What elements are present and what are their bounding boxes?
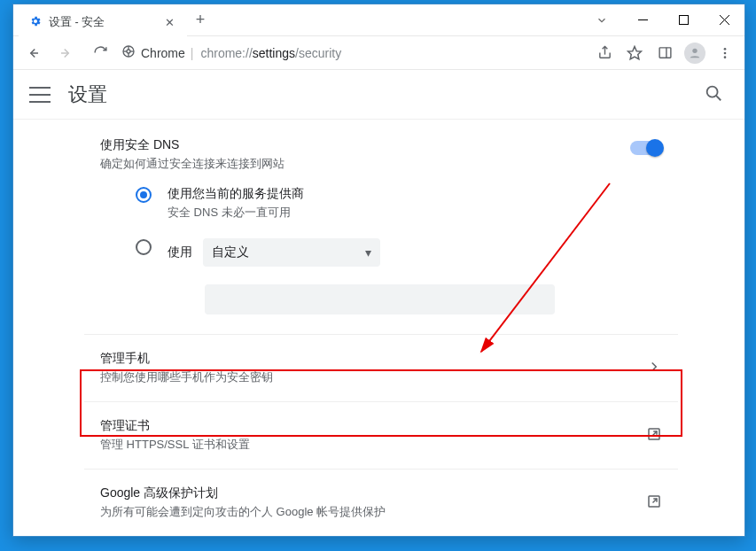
svg-point-18: [724, 51, 727, 54]
tab-title: 设置 - 安全: [49, 15, 154, 30]
svg-point-16: [692, 48, 697, 52]
bookmark-icon[interactable]: [622, 41, 647, 66]
kebab-menu-icon[interactable]: [713, 41, 737, 66]
address-bar[interactable]: Chrome | chrome://settings/security: [121, 44, 583, 61]
dns-custom-input[interactable]: [205, 284, 555, 314]
side-panel-icon[interactable]: [652, 41, 677, 66]
svg-point-17: [724, 48, 727, 50]
site-info-icon[interactable]: [121, 44, 136, 61]
tab-close-icon[interactable]: ✕: [161, 14, 178, 31]
dns-opt2-label: 使用: [168, 244, 192, 260]
google-advanced-protection-row[interactable]: Google 高级保护计划 为所有可能会遭到定向攻击的个人 Google 帐号提…: [84, 470, 678, 536]
window-close-button[interactable]: [704, 6, 744, 35]
tab-search-button[interactable]: [581, 6, 622, 35]
page-title: 设置: [68, 81, 107, 108]
svg-point-19: [724, 56, 727, 58]
gapp-title: Google 高级保护计划: [100, 485, 386, 501]
url-path-1: settings: [253, 46, 295, 60]
url-scheme-label: Chrome: [141, 46, 185, 60]
dns-opt1-label: 使用您当前的服务提供商: [168, 186, 304, 202]
caret-down-icon: ▾: [365, 245, 371, 260]
content-scroll[interactable]: 使用安全 DNS 确定如何通过安全连接来连接到网站 使用您当前的服务提供商 安全…: [13, 120, 744, 536]
window-controls: [581, 4, 744, 35]
chevron-right-icon: [646, 359, 662, 378]
dns-opt1-sub: 安全 DNS 未必一直可用: [168, 205, 304, 221]
svg-rect-14: [659, 48, 671, 58]
radio-icon[interactable]: [136, 239, 152, 255]
search-icon[interactable]: [698, 78, 729, 112]
new-tab-button[interactable]: +: [187, 4, 214, 35]
dns-provider-select[interactable]: 自定义 ▾: [203, 238, 380, 267]
maximize-button[interactable]: [663, 6, 704, 35]
svg-rect-1: [679, 16, 688, 25]
back-button[interactable]: [20, 41, 45, 66]
phones-title: 管理手机: [100, 351, 273, 367]
reload-button[interactable]: [88, 41, 113, 66]
settings-header: 设置: [13, 70, 744, 120]
share-icon[interactable]: [592, 41, 617, 66]
svg-point-20: [707, 86, 718, 97]
browser-tab[interactable]: 设置 - 安全 ✕: [19, 8, 187, 36]
secure-dns-title: 使用安全 DNS: [100, 137, 662, 153]
secure-dns-toggle[interactable]: [630, 141, 662, 155]
svg-rect-0: [638, 19, 648, 20]
certs-sub: 管理 HTTPS/SSL 证书和设置: [100, 437, 250, 453]
hamburger-menu-icon[interactable]: [29, 87, 51, 103]
forward-button: [54, 41, 79, 66]
svg-marker-13: [628, 46, 642, 58]
secure-dns-section: 使用安全 DNS 确定如何通过安全连接来连接到网站 使用您当前的服务提供商 安全…: [84, 125, 678, 318]
title-bar: 设置 - 安全 ✕ +: [13, 4, 744, 36]
external-link-icon: [646, 426, 662, 446]
phones-sub: 控制您使用哪些手机作为安全密钥: [100, 369, 273, 385]
browser-toolbar: Chrome | chrome://settings/security: [13, 36, 744, 70]
dns-option-current-provider[interactable]: 使用您当前的服务提供商 安全 DNS 未必一直可用: [136, 177, 662, 229]
manage-phones-row[interactable]: 管理手机 控制您使用哪些手机作为安全密钥: [84, 334, 678, 402]
minimize-button[interactable]: [622, 6, 663, 35]
gear-icon: [29, 15, 42, 30]
dns-select-value: 自定义: [212, 244, 249, 260]
gapp-sub: 为所有可能会遭到定向攻击的个人 Google 帐号提供保护: [100, 504, 386, 520]
external-link-icon: [646, 493, 662, 513]
url-path-2: /security: [295, 46, 341, 60]
certs-title: 管理证书: [100, 418, 250, 434]
secure-dns-sub: 确定如何通过安全连接来连接到网站: [100, 156, 662, 172]
dns-option-custom[interactable]: 使用 自定义 ▾: [136, 229, 662, 276]
manage-certificates-row[interactable]: 管理证书 管理 HTTPS/SSL 证书和设置: [84, 402, 678, 470]
svg-point-7: [127, 50, 130, 53]
chrome-window: 设置 - 安全 ✕ +: [12, 4, 745, 537]
profile-avatar[interactable]: [682, 41, 707, 66]
svg-line-21: [716, 95, 721, 99]
radio-icon[interactable]: [136, 187, 152, 203]
url-muted: chrome://: [200, 46, 252, 60]
